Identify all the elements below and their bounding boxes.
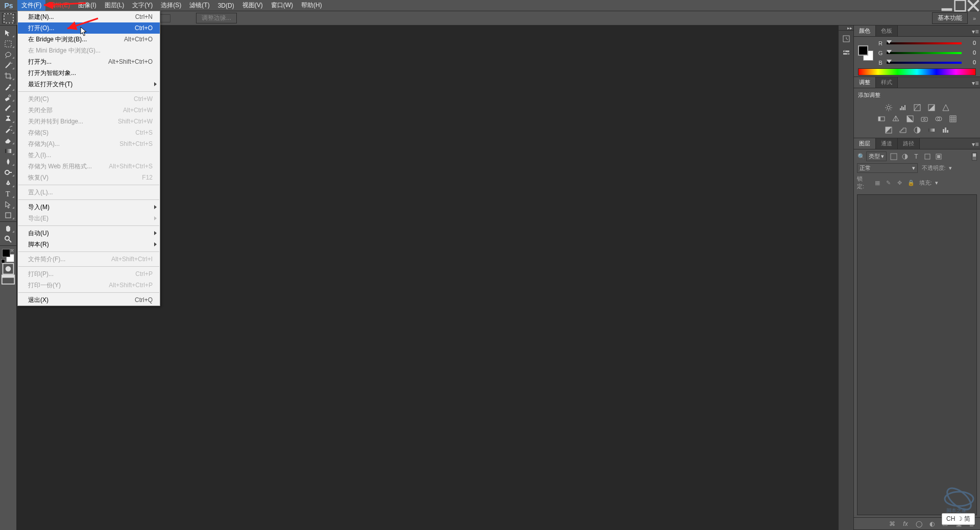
gradient-tool[interactable]: [1, 145, 15, 156]
g-slider[interactable]: G 0: [877, 49, 976, 57]
color-swatch[interactable]: [858, 45, 873, 61]
channel-mixer-icon[interactable]: [934, 114, 943, 123]
file-menu-item[interactable]: 自动(U): [18, 228, 160, 239]
zoom-tool[interactable]: [1, 234, 15, 244]
clone-stamp-tool[interactable]: [1, 113, 15, 124]
filter-smart-icon[interactable]: [935, 153, 943, 161]
layer-mask-icon[interactable]: ◯: [915, 520, 923, 528]
threshold-icon[interactable]: [913, 125, 922, 135]
panel-menu-icon[interactable]: ▾≡: [971, 79, 980, 88]
paths-tab[interactable]: 路径: [898, 138, 920, 149]
lock-position-icon[interactable]: ✥: [896, 179, 904, 187]
layers-tab[interactable]: 图层: [854, 138, 876, 149]
file-menu-item[interactable]: 打开为智能对象...: [18, 67, 160, 79]
eyedropper-tool[interactable]: [1, 81, 15, 92]
path-select-tool[interactable]: [1, 199, 15, 210]
brush-tool[interactable]: [1, 103, 15, 113]
properties-panel-icon[interactable]: [840, 47, 853, 59]
lasso-tool[interactable]: [1, 49, 15, 60]
filter-pixel-icon[interactable]: [890, 153, 898, 161]
workspace-button[interactable]: 基本功能: [932, 12, 968, 24]
file-menu-item[interactable]: 新建(N)...Ctrl+N: [18, 11, 160, 22]
link-layers-icon[interactable]: ⌘: [888, 520, 896, 528]
filter-shape-icon[interactable]: [923, 153, 932, 161]
menu-image[interactable]: 图像(I): [74, 0, 100, 11]
shape-tool[interactable]: [1, 210, 15, 220]
file-menu-item[interactable]: 打开为...Alt+Shift+Ctrl+O: [18, 56, 160, 67]
active-tool-preview[interactable]: [2, 13, 15, 23]
r-slider[interactable]: R 0: [877, 40, 976, 47]
foreground-color-swatch[interactable]: [2, 249, 10, 257]
lock-transparent-icon[interactable]: ▦: [873, 179, 881, 187]
adjustment-layer-icon[interactable]: ◐: [928, 520, 936, 528]
default-colors-icon[interactable]: [1, 259, 5, 263]
history-brush-tool[interactable]: [1, 124, 15, 135]
layer-filter[interactable]: 🔍 类型▾: [857, 152, 887, 161]
minimize-button[interactable]: [940, 0, 953, 11]
crop-tool[interactable]: [1, 70, 15, 81]
history-panel-icon[interactable]: [840, 33, 853, 45]
menu-3d[interactable]: 3D(D): [214, 0, 238, 11]
eraser-tool[interactable]: [1, 135, 15, 145]
refine-edge-button[interactable]: 调整边缘...: [196, 13, 237, 23]
fill-value[interactable]: ▾: [935, 180, 938, 186]
bw-icon[interactable]: [905, 114, 915, 123]
menu-view[interactable]: 视图(V): [238, 0, 267, 11]
swatches-tab[interactable]: 色板: [876, 25, 898, 36]
magic-wand-tool[interactable]: [1, 60, 15, 70]
menu-type[interactable]: 文字(Y): [128, 0, 157, 11]
color-balance-icon[interactable]: [891, 114, 900, 123]
b-slider[interactable]: B 0: [877, 59, 976, 66]
menu-edit[interactable]: 编辑(E): [45, 0, 74, 11]
panel-menu-icon[interactable]: ▾≡: [971, 140, 980, 149]
posterize-icon[interactable]: [898, 125, 908, 135]
lock-all-icon[interactable]: 🔒: [907, 179, 915, 187]
brightness-icon[interactable]: [884, 103, 893, 112]
filter-type-icon[interactable]: T: [912, 153, 920, 161]
marquee-tool[interactable]: [1, 38, 15, 49]
blur-tool[interactable]: [1, 156, 15, 167]
dock-expand-icon[interactable]: ▸▸: [839, 26, 853, 31]
menu-help[interactable]: 帮助(H): [297, 0, 326, 11]
panel-menu-icon[interactable]: ▾≡: [971, 27, 980, 36]
filter-toggle[interactable]: [972, 153, 977, 161]
foreground-background-colors[interactable]: ⤱: [1, 248, 15, 263]
layers-list[interactable]: [857, 194, 977, 515]
menu-filter[interactable]: 滤镜(T): [185, 0, 213, 11]
invert-icon[interactable]: [884, 125, 893, 135]
lookup-icon[interactable]: [948, 114, 958, 123]
photo-filter-icon[interactable]: [920, 114, 929, 123]
filter-adjust-icon[interactable]: [901, 153, 909, 161]
color-spectrum[interactable]: [858, 68, 976, 75]
file-menu-item[interactable]: 打开(O)...Ctrl+O: [18, 22, 160, 34]
vibrance-icon[interactable]: [941, 103, 950, 112]
hue-icon[interactable]: [877, 114, 886, 123]
styles-tab[interactable]: 样式: [876, 77, 898, 88]
file-menu-item[interactable]: 在 Bridge 中浏览(B)...Alt+Ctrl+O: [18, 34, 160, 45]
channels-tab[interactable]: 通道: [876, 138, 898, 149]
gradient-map-icon[interactable]: [927, 125, 936, 135]
blend-mode-select[interactable]: 正常▾: [857, 163, 918, 173]
selective-color-icon[interactable]: [941, 125, 950, 135]
layer-fx-icon[interactable]: fx: [901, 520, 910, 528]
screen-mode-icon[interactable]: [1, 274, 15, 285]
menu-file[interactable]: 文件(F): [17, 0, 45, 11]
move-tool[interactable]: [1, 28, 15, 38]
curves-icon[interactable]: [913, 103, 922, 112]
file-menu-item[interactable]: 脚本(R): [18, 239, 160, 250]
healing-brush-tool[interactable]: [1, 92, 15, 103]
workspace-expand-icon[interactable]: »: [971, 15, 978, 21]
dodge-tool[interactable]: [1, 167, 15, 178]
ime-indicator[interactable]: CH ☽ 简: [942, 513, 975, 525]
close-button[interactable]: [967, 0, 980, 11]
swap-colors-icon[interactable]: ⤱: [10, 248, 14, 253]
opacity-value[interactable]: ▾: [949, 165, 952, 171]
menu-layer[interactable]: 图层(L): [101, 0, 129, 11]
file-menu-item[interactable]: 最近打开文件(T): [18, 79, 160, 90]
file-menu-item[interactable]: 导入(M): [18, 201, 160, 213]
menu-window[interactable]: 窗口(W): [267, 0, 297, 11]
menu-select[interactable]: 选择(S): [157, 0, 185, 11]
file-menu-item[interactable]: 退出(X)Ctrl+Q: [18, 294, 160, 306]
color-tab[interactable]: 颜色: [854, 25, 876, 36]
adjustments-tab[interactable]: 调整: [854, 77, 876, 88]
